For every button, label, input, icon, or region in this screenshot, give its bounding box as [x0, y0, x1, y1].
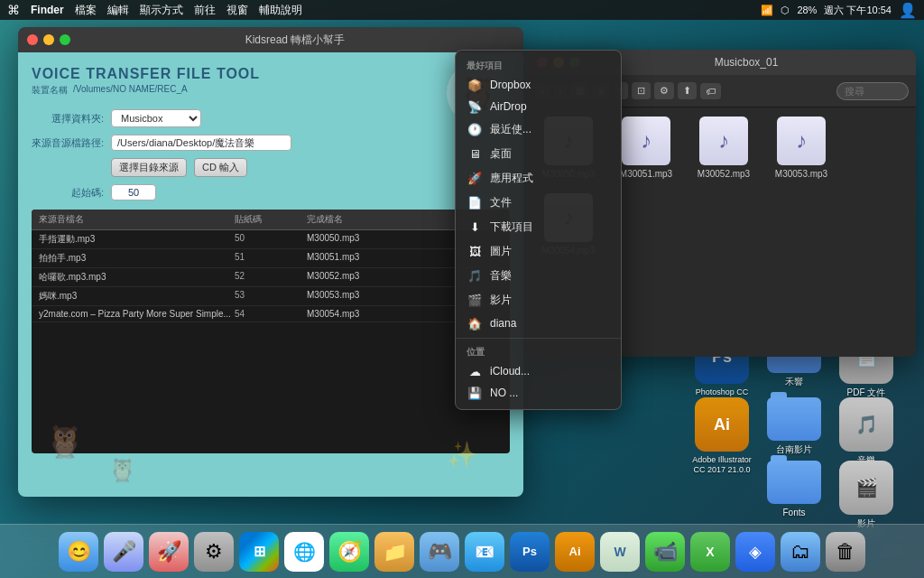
maximize-button[interactable]: [60, 34, 70, 45]
buttons-row: 選擇目錄來源 CD 輸入: [32, 158, 510, 177]
desktop-item-music[interactable]: 🎵 音樂: [830, 397, 902, 466]
dock-safari[interactable]: 🧭: [329, 532, 369, 572]
sidebar-pictures[interactable]: 🖼 圖片: [456, 239, 621, 264]
drive-icon: 💾: [467, 387, 483, 399]
pictures-icon: 🖼: [467, 246, 483, 258]
cd-button[interactable]: CD 輸入: [194, 158, 247, 177]
dock-dropbox[interactable]: ◈: [735, 532, 775, 572]
code-cell: 51: [235, 252, 307, 265]
menubar-finder[interactable]: Finder: [31, 4, 64, 16]
source-input[interactable]: [111, 135, 291, 151]
desktop-item-video[interactable]: 🎬 影片: [830, 461, 902, 529]
folder-fonts-icon: [767, 461, 821, 504]
finder-share-button[interactable]: ⬆: [678, 82, 697, 99]
battery-indicator: 28%: [797, 5, 817, 15]
dock-chrome[interactable]: 🌐: [284, 532, 324, 572]
finder-file-item[interactable]: ♪ M30052.mp3: [692, 117, 755, 179]
sidebar-dropbox-label: Dropbox: [490, 79, 531, 91]
src-file-cell: 媽咪.mp3: [39, 290, 235, 303]
dock-files[interactable]: 📁: [374, 532, 414, 572]
dock-office[interactable]: W: [600, 532, 640, 572]
menubar-help[interactable]: 輔助說明: [259, 3, 302, 18]
dock-windows[interactable]: ⊞: [239, 532, 279, 572]
table-row[interactable]: 拍拍手.mp3 51 M30051.mp3: [32, 249, 510, 268]
kidsread-window: Kidsread 轉檔小幫手 🦉 VOICE TRANSFER FILE TOO…: [18, 27, 523, 497]
table-row[interactable]: 媽咪.mp3 53 M30053.mp3: [32, 287, 510, 306]
start-code-input[interactable]: [111, 184, 156, 200]
user-icon[interactable]: 👤: [899, 2, 917, 19]
sidebar-no-name[interactable]: 💾 NO ...: [456, 382, 621, 404]
dock-photoshop[interactable]: Ps: [510, 532, 550, 572]
dock-illustrator[interactable]: Ai: [555, 532, 595, 572]
table-row[interactable]: 哈囉歌.mp3.mp3 52 M30052.mp3: [32, 268, 510, 287]
icloud-icon: ☁: [467, 365, 483, 378]
finder-file-item[interactable]: ♪ M30053.mp3: [770, 117, 833, 179]
diana-home-icon: 🏠: [467, 317, 483, 330]
sidebar-downloads[interactable]: ⬇ 下載項目: [456, 215, 621, 239]
col2-header: 貼紙碼: [235, 213, 307, 226]
apple-logo-icon[interactable]: ⌘: [7, 3, 20, 17]
finder-file-name: M30051.mp3: [620, 169, 672, 179]
dock-siri[interactable]: 🎤: [104, 532, 143, 572]
dock-finder[interactable]: 😊: [59, 532, 98, 572]
finder-gallery-view-button[interactable]: ⊡: [632, 82, 651, 99]
table-row[interactable]: y2mate.com – Pizza Party More Super Simp…: [32, 306, 510, 322]
sidebar-icloud[interactable]: ☁ iCloud...: [456, 360, 621, 382]
subtitle-row: 裝置名稱 /Volumes/NO NAME/REC_A: [32, 84, 510, 97]
sidebar-desktop-label: 桌面: [490, 146, 512, 162]
folder-row: 選擇資料夾: Musicbox: [32, 109, 510, 127]
music-sidebar-icon: 🎵: [467, 270, 483, 283]
sidebar-desktop[interactable]: 🖥 桌面: [456, 142, 621, 166]
sidebar-music[interactable]: 🎵 音樂: [456, 264, 621, 288]
desktop-item-folder-tainan[interactable]: 台南影片: [758, 397, 830, 455]
menubar-file[interactable]: 檔案: [75, 3, 97, 18]
sidebar-diana[interactable]: 🏠 diana: [456, 312, 621, 334]
sidebar-airdrop[interactable]: 📡 AirDrop: [456, 96, 621, 117]
desktop-item-folder-fonts[interactable]: Fonts: [758, 461, 830, 518]
menubar-window[interactable]: 視窗: [226, 3, 248, 18]
minimize-button[interactable]: [43, 34, 54, 45]
apps-icon: 🚀: [467, 172, 483, 185]
sidebar-recent[interactable]: 🕐 最近使...: [456, 117, 621, 142]
menubar-view[interactable]: 顯示方式: [140, 3, 183, 18]
sidebar-apps[interactable]: 🚀 應用程式: [456, 166, 621, 191]
sidebar-dropbox[interactable]: 📦 Dropbox: [456, 74, 621, 96]
dock-prefs[interactable]: ⚙: [194, 532, 234, 572]
menubar-go[interactable]: 前往: [194, 3, 216, 18]
desktop-item-illustrator[interactable]: Ai Adobe Illustrator CC 2017 21.0.0: [686, 397, 758, 475]
table-row[interactable]: 手指運動.mp3 50 M30050.mp3: [32, 230, 510, 249]
dock-excel[interactable]: X: [690, 532, 730, 572]
finder-file-item[interactable]: ♪ M30051.mp3: [614, 117, 678, 179]
finder-search-input[interactable]: [836, 82, 909, 100]
menubar: ⌘ Finder 檔案 編輯 顯示方式 前往 視窗 輔助說明 📶 ⬡ 28% 週…: [0, 0, 924, 20]
dock-mail[interactable]: 📧: [465, 532, 504, 572]
src-file-cell: y2mate.com – Pizza Party More Super Simp…: [39, 309, 235, 319]
dock-facetime[interactable]: 📹: [645, 532, 685, 572]
form-section: 選擇資料夾: Musicbox 來源音源檔路徑: 選擇目錄來源 CD 輸入 起始…: [32, 109, 510, 200]
menubar-edit[interactable]: 編輯: [107, 3, 129, 18]
finder-file-icon: ♪: [622, 117, 670, 165]
code-cell: 53: [235, 290, 307, 303]
dock-game[interactable]: 🎮: [420, 532, 459, 572]
menubar-right: 📶 ⬡ 28% 週六 下午10:54 👤: [761, 2, 917, 19]
sidebar-documents[interactable]: 📄 文件: [456, 191, 621, 215]
src-file-cell: 哈囉歌.mp3.mp3: [39, 271, 235, 284]
folder-select[interactable]: Musicbox: [111, 109, 201, 127]
finder-tag-button[interactable]: 🏷: [700, 83, 721, 99]
dock-trash[interactable]: 🗑: [826, 532, 865, 572]
illustrator-label: Adobe Illustrator CC 2017 21.0.0: [686, 455, 758, 475]
sidebar-movies-label: 影片: [490, 293, 512, 308]
window-title: Kidsread 轉檔小幫手: [76, 33, 514, 48]
src-file-cell: 拍拍手.mp3: [39, 252, 235, 265]
folder-fonts-label: Fonts: [782, 508, 805, 518]
dock-launchpad[interactable]: 🚀: [149, 532, 189, 572]
kidsread-body: 🦉 VOICE TRANSFER FILE TOOL 裝置名稱 /Volumes…: [18, 52, 523, 497]
browse-button[interactable]: 選擇目錄來源: [111, 158, 187, 177]
dock-finder2[interactable]: 🗂: [781, 532, 820, 572]
kidsread-titlebar: Kidsread 轉檔小幫手: [18, 27, 523, 52]
sidebar-movies[interactable]: 🎬 影片: [456, 288, 621, 312]
sidebar-recent-label: 最近使...: [490, 122, 531, 137]
dock: 😊 🎤 🚀 ⚙ ⊞ 🌐 🧭 📁 🎮 📧 Ps Ai W 📹 X ◈ 🗂 🗑: [0, 524, 924, 578]
close-button[interactable]: [27, 34, 38, 45]
finder-action-button[interactable]: ⚙: [654, 82, 674, 99]
